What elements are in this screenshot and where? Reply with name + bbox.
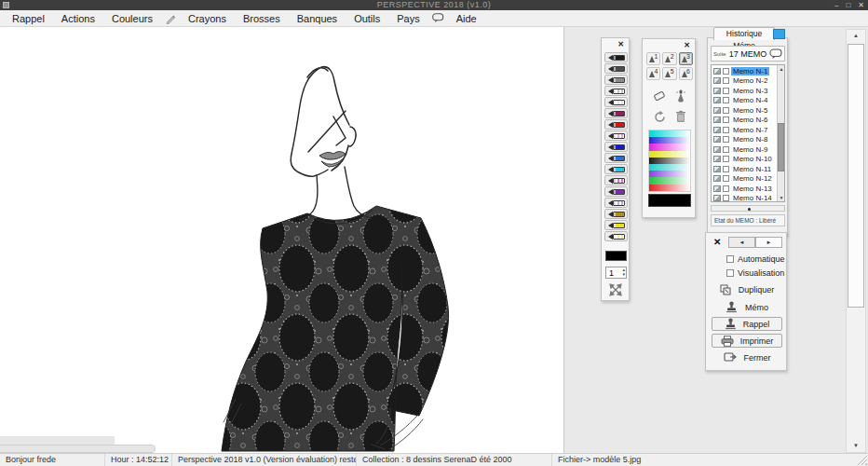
imprimer-button[interactable]: Imprimer xyxy=(712,334,782,348)
memo-list-item[interactable]: Memo N-4 xyxy=(712,96,776,106)
memo-list-item[interactable]: Memo N-6 xyxy=(712,116,776,126)
pen-size-button[interactable]: 5 xyxy=(662,67,676,80)
menu-aide[interactable]: Aide xyxy=(448,11,485,26)
menu-brosses[interactable]: Brosses xyxy=(235,11,289,26)
gradient-row[interactable] xyxy=(649,137,690,144)
crayon-color-button[interactable] xyxy=(604,52,628,62)
menu-banques[interactable]: Banques xyxy=(289,11,346,26)
crayon-color-button[interactable] xyxy=(604,75,628,85)
crayon-color-button[interactable] xyxy=(604,63,628,74)
minimize-button[interactable]: – xyxy=(834,0,838,10)
gradient-row[interactable] xyxy=(649,185,690,191)
memo-checkbox[interactable] xyxy=(723,175,729,182)
speech-bubble-icon[interactable] xyxy=(428,13,448,23)
previous-button[interactable]: ◄ xyxy=(728,237,755,248)
eraser-icon[interactable] xyxy=(652,89,667,103)
memo-list-item[interactable]: Memo N-13 xyxy=(712,184,776,194)
memo-checkbox[interactable] xyxy=(723,107,729,114)
crayon-color-button[interactable] xyxy=(604,119,628,130)
memo-list-item[interactable]: Memo N-11 xyxy=(712,164,776,174)
color-gradient-strip[interactable] xyxy=(648,130,691,192)
gradient-row[interactable] xyxy=(649,158,690,164)
gradient-row[interactable] xyxy=(649,164,690,171)
memo-checkbox[interactable] xyxy=(723,185,729,192)
undo-rotate-icon[interactable] xyxy=(653,110,667,124)
memo-list-item[interactable]: Memo N-8 xyxy=(712,135,776,145)
horizontal-scrollbar[interactable] xyxy=(0,445,156,453)
pen-size-button[interactable]: 6 xyxy=(679,67,693,80)
memo-list-item[interactable]: Memo N-1 xyxy=(712,66,776,76)
rappel-button[interactable]: Rappel xyxy=(712,317,782,331)
spinner-down-icon[interactable]: ▾ xyxy=(622,272,625,277)
memo-checkbox[interactable] xyxy=(723,116,729,123)
scroll-up-icon[interactable]: ▲ xyxy=(847,30,865,42)
memo-list-item[interactable]: Memo N-7 xyxy=(712,125,776,135)
memo-checkbox[interactable] xyxy=(723,136,729,143)
memo-list-item[interactable]: Memo N-3 xyxy=(712,86,776,96)
menu-couleurs[interactable]: Couleurs xyxy=(103,11,161,26)
memo-checkbox[interactable] xyxy=(723,97,729,103)
drawing-canvas[interactable] xyxy=(0,27,564,453)
menu-actions[interactable]: Actions xyxy=(53,11,103,26)
memo-list-item[interactable]: Memo N-5 xyxy=(712,105,776,116)
scroll-thumb[interactable] xyxy=(848,44,864,308)
trash-icon[interactable] xyxy=(675,110,686,123)
maximize-button[interactable]: □ xyxy=(846,0,850,10)
memo-checkbox[interactable] xyxy=(723,146,729,153)
dupliquer-button[interactable]: Dupliquer xyxy=(715,284,779,295)
memo-button[interactable]: Mémo xyxy=(715,301,779,313)
crayon-color-button[interactable] xyxy=(604,130,628,141)
memo-list-item[interactable]: Memo N-10 xyxy=(712,155,776,165)
memo-checkbox[interactable] xyxy=(723,127,729,133)
memo-list-item[interactable]: Memo N-2 xyxy=(712,76,776,87)
speech-bubble-icon[interactable] xyxy=(769,48,782,60)
pen-size-button[interactable]: 2 xyxy=(662,52,676,65)
gradient-row[interactable] xyxy=(649,144,690,150)
crayon-color-button[interactable] xyxy=(604,108,628,118)
memo-checkbox[interactable] xyxy=(723,166,729,172)
gradient-row[interactable] xyxy=(649,130,690,137)
next-button[interactable]: ► xyxy=(755,237,782,248)
selected-color-swatch[interactable] xyxy=(648,194,691,207)
memo-checkbox[interactable] xyxy=(723,88,729,94)
crayon-color-button[interactable] xyxy=(604,175,628,185)
checkbox-icon[interactable] xyxy=(726,269,734,277)
close-icon[interactable]: ✕ xyxy=(713,237,721,247)
memo-list-scrollbar[interactable]: ▲ ▼ xyxy=(777,65,784,201)
menu-pays[interactable]: Pays xyxy=(388,11,427,26)
crayon-color-button[interactable] xyxy=(604,220,628,230)
menu-crayons[interactable]: Crayons xyxy=(180,11,235,26)
close-icon[interactable]: ✕ xyxy=(617,40,624,48)
memo-checkbox[interactable] xyxy=(723,68,729,75)
menu-outils[interactable]: Outils xyxy=(346,11,388,26)
move-arrows-icon[interactable] xyxy=(609,283,622,296)
crayon-color-button[interactable] xyxy=(604,198,628,208)
scroll-up-icon[interactable]: ▲ xyxy=(778,65,785,73)
current-color-swatch[interactable] xyxy=(605,251,627,261)
pen-size-button[interactable]: 4 xyxy=(646,67,660,80)
memo-checkbox[interactable] xyxy=(723,77,729,84)
crayon-color-button[interactable] xyxy=(604,142,628,152)
panel-splitter[interactable] xyxy=(711,205,785,212)
tab-historique-memo[interactable]: Historique Mémo xyxy=(713,27,775,40)
crayon-color-button[interactable] xyxy=(604,209,628,219)
size-spinner[interactable]: 1 ▴▾ xyxy=(605,267,627,279)
scroll-thumb[interactable] xyxy=(778,123,784,171)
scroll-down-icon[interactable]: ▼ xyxy=(778,194,785,201)
pen-size-button[interactable]: 3 xyxy=(679,52,693,65)
crayon-color-button[interactable] xyxy=(604,97,628,107)
menu-rappel[interactable]: Rappel xyxy=(4,11,53,26)
checkbox-visualisation[interactable]: Visualisation xyxy=(726,268,784,278)
crayon-color-button[interactable] xyxy=(604,164,628,174)
memo-checkbox[interactable] xyxy=(723,156,729,162)
gradient-row[interactable] xyxy=(649,171,690,177)
crayon-color-button[interactable] xyxy=(604,186,628,197)
memo-list-item[interactable]: Memo N-14 xyxy=(712,194,776,203)
memo-list-item[interactable]: Memo N-12 xyxy=(712,174,776,185)
memo-list-item[interactable]: Memo N-9 xyxy=(712,144,776,155)
fermer-button[interactable]: Fermer xyxy=(715,352,779,363)
gradient-row[interactable] xyxy=(649,177,690,184)
scroll-down-icon[interactable]: ▼ xyxy=(847,440,865,452)
pencil-icon[interactable] xyxy=(161,13,180,24)
gradient-row[interactable] xyxy=(649,151,690,158)
